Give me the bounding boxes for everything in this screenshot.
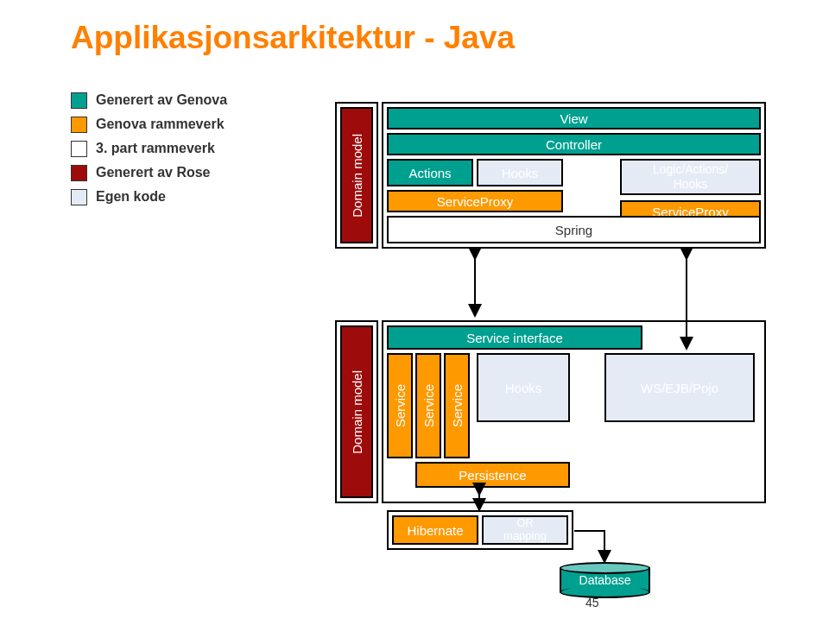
orange-swatch-icon [71,117,87,133]
database-label: Database [579,573,631,587]
hibernate-box: Hibernate [392,515,478,545]
service-interface-box: Service interface [387,325,642,350]
legend-label: Generert av Rose [96,162,211,183]
spring-box: Spring [387,216,761,243]
red-swatch-icon [71,165,87,181]
legend-item-rammeverk: Genova rammeverk [71,114,227,135]
ws-ejb-pojo-box: WS/EJB/Pojo [604,353,755,422]
page-number: 45 [585,596,599,609]
legend-label: Egen kode [96,186,166,207]
legend-item-genova: Generert av Genova [71,90,227,110]
legend-label: 3. part rammeverk [96,138,215,159]
or-mapping-box: ORmapping [482,515,568,545]
page-title: Applikasjonsarkitektur - Java [71,20,515,56]
hooks-top-box: Hooks [477,159,563,186]
hooks-bot-box: Hooks [477,353,570,422]
light-swatch-icon [71,189,87,205]
database-cylinder: Database [560,562,650,598]
teal-swatch-icon [71,92,87,109]
service2-box: Service [415,353,441,458]
legend-item-egen: Egen kode [71,186,227,207]
service3-box: Service [444,353,470,458]
legend-item-rose: Generert av Rose [71,162,227,183]
legend-label: Generert av Genova [96,90,227,110]
view-box: View [387,107,761,129]
legend-item-3part: 3. part rammeverk [71,138,227,159]
logic-actions-hooks-box: Logic/Actions/Hooks [620,159,761,195]
controller-box: Controller [387,133,761,155]
domain-model-bot: Domain model [340,325,373,498]
persistence-box: Persistence [415,462,570,488]
white-swatch-icon [71,141,87,157]
domain-model-top: Domain model [340,107,373,243]
legend-label: Genova rammeverk [96,114,225,135]
service1-box: Service [387,353,413,458]
serviceproxy-left-box: ServiceProxy [387,190,563,212]
legend: Generert av Genova Genova rammeverk 3. p… [71,86,227,211]
actions-box: Actions [387,159,473,186]
